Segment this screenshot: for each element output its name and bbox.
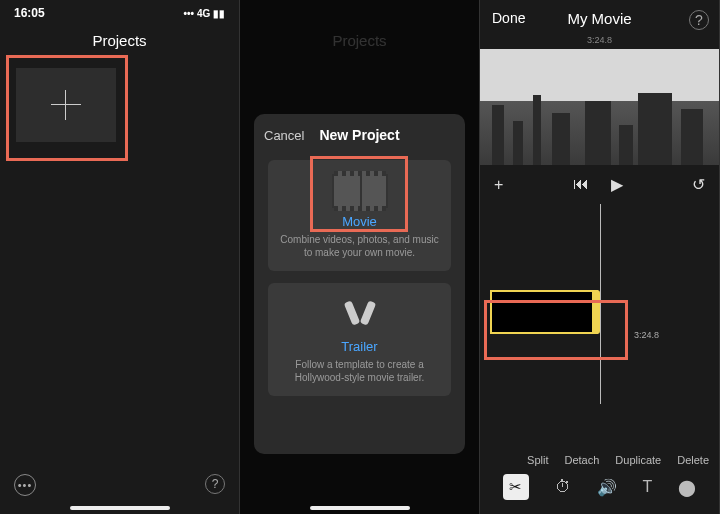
help-button[interactable]: ? — [689, 10, 709, 30]
cut-tool[interactable]: ✂ — [503, 474, 529, 500]
tutorial-highlight — [484, 300, 628, 360]
add-media-button[interactable]: + — [494, 176, 503, 194]
edit-tools: ✂ ⏱ 🔊 T ⬤ — [480, 474, 719, 500]
status-time: 16:05 — [14, 6, 45, 20]
status-bar: 16:05 ••• 4G ▮▮ — [0, 0, 239, 22]
help-button[interactable]: ? — [205, 474, 225, 494]
speed-tool[interactable]: ⏱ — [555, 478, 571, 496]
editor-header: Done My Movie ? — [480, 0, 719, 39]
cancel-button[interactable]: Cancel — [264, 128, 304, 143]
trailer-description: Follow a template to create a Hollywood-… — [278, 358, 441, 384]
status-network: ••• 4G ▮▮ — [184, 8, 225, 19]
clip-actions-row: Split Detach Duplicate Delete — [527, 454, 709, 466]
done-button[interactable]: Done — [492, 10, 525, 26]
video-preview[interactable] — [480, 49, 719, 165]
tutorial-highlight — [310, 156, 408, 232]
clip-timecode: 3:24.8 — [634, 330, 659, 340]
modal-title: New Project — [319, 127, 399, 143]
filters-tool[interactable]: ⬤ — [678, 478, 696, 497]
home-indicator — [310, 506, 410, 510]
bottom-controls: ••• ? — [0, 474, 239, 496]
spotlights-icon — [338, 297, 382, 333]
undo-button[interactable]: ↺ — [692, 175, 705, 194]
project-title: My Movie — [567, 10, 631, 27]
trailer-label: Trailer — [278, 339, 441, 354]
project-type-trailer[interactable]: Trailer Follow a template to create a Ho… — [268, 283, 451, 396]
tutorial-highlight — [6, 55, 128, 161]
panel-new-project-modal: Projects Cancel New Project Movie Combin… — [240, 0, 480, 514]
volume-tool[interactable]: 🔊 — [597, 478, 617, 497]
delete-button[interactable]: Delete — [677, 454, 709, 466]
panel-editor: Done My Movie ? 3:24.8 ⤢ + ⏮ ▶ ↺ 3:24.8 … — [480, 0, 720, 514]
play-button[interactable]: ▶ — [611, 175, 623, 194]
playback-toolbar: + ⏮ ▶ ↺ — [480, 165, 719, 204]
panel-projects-empty: 16:05 ••• 4G ▮▮ Projects ••• ? — [0, 0, 240, 514]
home-indicator — [70, 506, 170, 510]
duplicate-button[interactable]: Duplicate — [615, 454, 661, 466]
more-button[interactable]: ••• — [14, 474, 36, 496]
to-start-button[interactable]: ⏮ — [573, 175, 589, 194]
split-button[interactable]: Split — [527, 454, 548, 466]
detach-button[interactable]: Detach — [564, 454, 599, 466]
text-tool[interactable]: T — [642, 478, 652, 496]
movie-description: Combine videos, photos, and music to mak… — [278, 233, 441, 259]
